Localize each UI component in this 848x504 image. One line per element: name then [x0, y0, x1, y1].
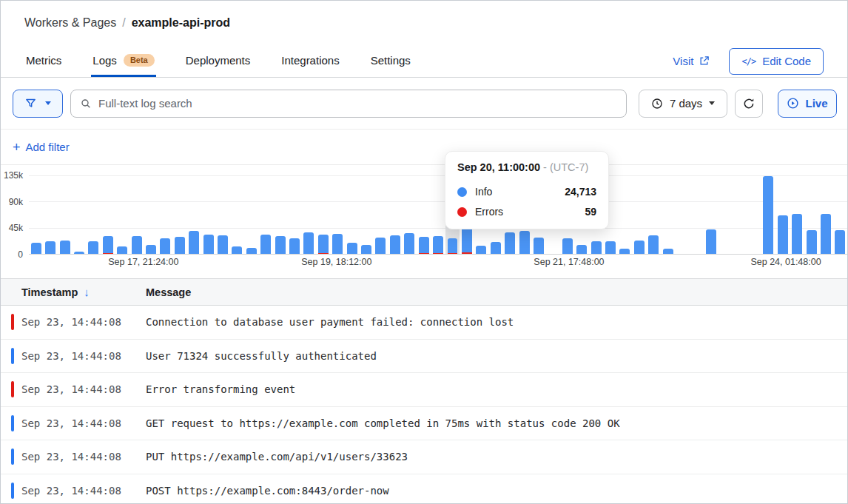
tab-settings[interactable]: Settings	[369, 45, 412, 77]
log-row[interactable]: Sep 23, 14:44:08 GET request to https://…	[1, 407, 847, 441]
chevron-down-icon	[45, 101, 51, 105]
x-tick-label: Sep 24, 01:48:00	[750, 257, 821, 267]
chart-bar[interactable]	[345, 175, 359, 254]
page-header: Workers & Pages / example-api-prod	[1, 1, 847, 45]
chart-bar[interactable]	[186, 175, 201, 254]
y-axis-labels: 135k90k45k0	[1, 175, 23, 255]
x-tick-label: Sep 19, 18:12:00	[301, 257, 371, 267]
time-range-value: 7 days	[670, 97, 702, 110]
column-header-timestamp[interactable]: Timestamp ↓	[1, 286, 146, 298]
log-timestamp: Sep 23, 14:44:08	[1, 417, 146, 429]
chart-bar[interactable]	[72, 175, 86, 254]
chart-bar[interactable]	[287, 175, 301, 254]
series-name: Errors	[475, 206, 503, 218]
add-filter-button[interactable]: + Add filter	[13, 141, 70, 154]
chart-bar[interactable]	[129, 175, 144, 254]
log-row[interactable]: Sep 23, 14:44:08 User 71324 successfully…	[1, 340, 847, 374]
bar-info-segment	[634, 241, 645, 254]
chart-bar[interactable]	[704, 175, 718, 254]
log-timestamp: Sep 23, 14:44:08	[1, 316, 146, 328]
external-link-icon	[699, 56, 710, 67]
edit-code-button[interactable]: </> Edit Code	[729, 48, 824, 75]
chart-bar[interactable]	[215, 175, 229, 254]
log-row[interactable]: Sep 23, 14:44:08 POST https://example.co…	[1, 474, 847, 504]
chart-bar[interactable]	[144, 175, 158, 254]
chart-bar[interactable]	[359, 175, 373, 254]
bar-info-segment	[160, 238, 170, 254]
bar-info-segment	[45, 241, 55, 254]
live-button-label: Live	[805, 97, 827, 110]
tooltip-title: Sep 20, 11:00:00 - (UTC-7)	[457, 161, 596, 173]
chart-bar[interactable]	[747, 175, 761, 254]
chart-bar[interactable]	[719, 175, 733, 254]
bar-info-segment	[562, 238, 573, 254]
chart-bar[interactable]	[29, 175, 43, 254]
chart-bar[interactable]	[316, 175, 330, 254]
workers-logs-page: Workers & Pages / example-api-prod Metri…	[0, 0, 848, 504]
chart-bar[interactable]	[58, 175, 72, 254]
chart-bar[interactable]	[302, 175, 316, 254]
chart-bar[interactable]	[417, 175, 431, 254]
chart-bar[interactable]	[101, 175, 115, 254]
search-input[interactable]	[98, 97, 617, 110]
chart-bar[interactable]	[43, 175, 57, 254]
chart-bar[interactable]	[804, 175, 818, 254]
log-message: POST https://example.com:8443/order-now	[146, 485, 847, 497]
breadcrumb-section[interactable]: Workers & Pages	[24, 16, 116, 30]
log-timestamp: Sep 23, 14:44:08	[1, 383, 146, 395]
series-value: 59	[585, 206, 596, 218]
timestamp-column-label: Timestamp	[21, 286, 78, 298]
chart-bar[interactable]	[374, 175, 388, 254]
sort-descending-icon: ↓	[84, 286, 90, 298]
chart-bar[interactable]	[403, 175, 417, 254]
refresh-button[interactable]	[735, 90, 763, 118]
chart-bar[interactable]	[230, 175, 244, 254]
visit-link-label: Visit	[673, 55, 693, 67]
chart-bar[interactable]	[775, 175, 790, 254]
log-message: GET request to https://example.com compl…	[146, 417, 847, 429]
tooltip-timezone-text: - (UTC-7)	[543, 161, 588, 173]
log-row[interactable]: Sep 23, 14:44:08 Connection to database …	[1, 306, 847, 340]
chart-bar[interactable]	[87, 175, 101, 254]
chart-bar[interactable]	[646, 175, 660, 254]
chart-bar[interactable]	[761, 175, 775, 254]
chart-bar[interactable]	[172, 175, 186, 254]
bar-info-segment	[778, 215, 788, 254]
chart-bar[interactable]	[661, 175, 675, 254]
chart-bar[interactable]	[690, 175, 704, 254]
filter-dropdown-button[interactable]	[13, 90, 63, 118]
y-tick-label: 90k	[9, 197, 23, 207]
chevron-down-icon	[709, 101, 715, 105]
log-row[interactable]: Sep 23, 14:44:08 PUT https://example.com…	[1, 440, 847, 474]
y-tick-label: 45k	[9, 223, 23, 233]
log-row[interactable]: Sep 23, 14:44:08 Error transforming even…	[1, 373, 847, 407]
visit-link[interactable]: Visit	[673, 55, 710, 67]
tab-deployments[interactable]: Deployments	[184, 45, 252, 77]
chart-bar[interactable]	[201, 175, 215, 254]
chart-bar[interactable]	[618, 175, 632, 254]
chart-bar[interactable]	[733, 175, 747, 254]
chart-bar[interactable]	[818, 175, 832, 254]
bar-info-segment	[361, 245, 371, 254]
chart-bar[interactable]	[244, 175, 258, 254]
bar-info-segment	[821, 214, 831, 254]
chart-bar[interactable]	[388, 175, 402, 254]
time-range-dropdown[interactable]: 7 days	[639, 90, 727, 118]
chart-bar[interactable]	[833, 175, 847, 254]
tab-metrics[interactable]: Metrics	[24, 45, 63, 77]
chart-bars[interactable]	[29, 175, 847, 254]
chart-bar[interactable]	[273, 175, 287, 254]
live-button[interactable]: Live	[778, 90, 837, 118]
tab-integrations[interactable]: Integrations	[280, 45, 340, 77]
chart-bar[interactable]	[632, 175, 646, 254]
bar-info-segment	[275, 236, 286, 254]
chart-bar[interactable]	[675, 175, 689, 254]
chart-bar[interactable]	[158, 175, 172, 254]
chart-bar[interactable]	[790, 175, 804, 254]
tab-logs[interactable]: Logs Beta	[91, 45, 155, 77]
chart-bar[interactable]	[331, 175, 345, 254]
chart-bar[interactable]	[431, 175, 445, 254]
chart-bar[interactable]	[259, 175, 273, 254]
log-message: Error transforming event	[146, 383, 847, 395]
chart-bar[interactable]	[115, 175, 129, 254]
